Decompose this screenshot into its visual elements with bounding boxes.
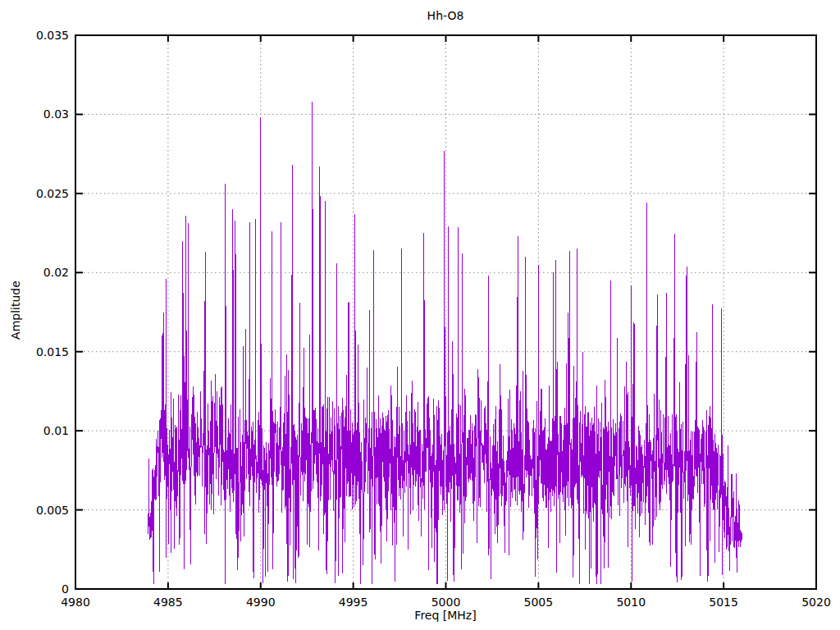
x-tick-label: 4980 xyxy=(61,596,90,609)
y-tick-label: 0.02 xyxy=(43,266,69,279)
x-tick-label: 5005 xyxy=(524,596,554,609)
y-tick-label: 0.005 xyxy=(36,504,69,517)
tick-labels: 49804985499049955000500550105015502000.0… xyxy=(36,29,831,609)
y-tick-label: 0.03 xyxy=(43,107,69,121)
y-tick-label: 0.01 xyxy=(43,424,69,437)
y-tick-label: 0.025 xyxy=(36,187,69,200)
x-tick-label: 5020 xyxy=(801,596,831,609)
chart-page: 49804985499049955000500550105015502000.0… xyxy=(0,0,840,630)
y-axis-label: Amplitude xyxy=(9,281,22,340)
x-tick-label: 4990 xyxy=(246,596,276,609)
x-tick-label: 5010 xyxy=(616,596,646,609)
y-tick-label: 0.035 xyxy=(36,29,69,42)
x-tick-label: 5015 xyxy=(709,596,738,609)
y-tick-label: 0.015 xyxy=(36,345,69,358)
x-axis-label: Freq [MHz] xyxy=(414,609,476,622)
x-tick-label: 4995 xyxy=(339,596,368,609)
spectrum-trace xyxy=(148,102,742,584)
y-tick-label: 0 xyxy=(62,582,69,596)
x-tick-label: 4985 xyxy=(153,596,183,609)
spectrum-line xyxy=(148,102,742,584)
chart-title: Hh-O8 xyxy=(427,9,464,22)
spectrum-chart: 49804985499049955000500550105015502000.0… xyxy=(0,0,840,630)
x-tick-label: 5000 xyxy=(431,596,461,609)
